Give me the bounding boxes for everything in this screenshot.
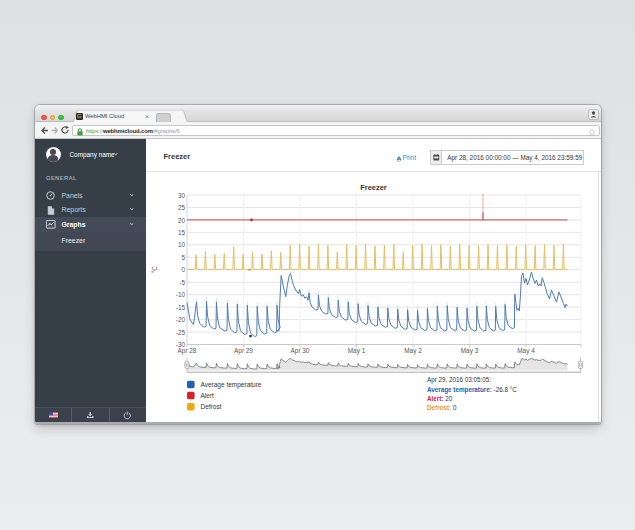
- svg-text:-10: -10: [176, 291, 186, 298]
- svg-text:5: 5: [181, 254, 185, 261]
- svg-text:Alert: Alert: [201, 392, 215, 399]
- svg-text:-5: -5: [179, 279, 185, 286]
- svg-text:Average temperature: -26.8 °C: Average temperature: -26.8 °C: [427, 386, 517, 394]
- svg-text:-15: -15: [176, 304, 186, 311]
- svg-text:0: 0: [181, 266, 185, 273]
- svg-text:30: 30: [178, 192, 186, 199]
- svg-text:May 1: May 1: [348, 347, 366, 355]
- svg-text:25: 25: [178, 204, 186, 211]
- svg-text:°C: °C: [151, 266, 158, 274]
- svg-text:15: 15: [178, 229, 186, 236]
- svg-text:Apr 29: Apr 29: [234, 347, 253, 355]
- svg-text:20: 20: [178, 217, 186, 224]
- svg-text:-20: -20: [176, 316, 186, 323]
- svg-text:May 4: May 4: [517, 347, 535, 355]
- svg-text:Apr 29, 2016 03:05:05:: Apr 29, 2016 03:05:05:: [427, 376, 491, 384]
- svg-text:May 2: May 2: [404, 347, 422, 355]
- svg-text:-25: -25: [176, 329, 186, 336]
- svg-text:Alert: 20: Alert: 20: [427, 395, 453, 402]
- svg-text:Average temperature: Average temperature: [201, 381, 262, 389]
- svg-text:May 3: May 3: [461, 347, 479, 355]
- svg-text:10: 10: [178, 241, 186, 248]
- svg-text:Defrost: Defrost: [201, 403, 222, 410]
- svg-text:Freezer: Freezer: [360, 183, 386, 192]
- svg-text:Apr 28: Apr 28: [178, 347, 197, 355]
- svg-text:Apr 30: Apr 30: [291, 347, 310, 355]
- svg-text:Defrost: 0: Defrost: 0: [427, 404, 457, 411]
